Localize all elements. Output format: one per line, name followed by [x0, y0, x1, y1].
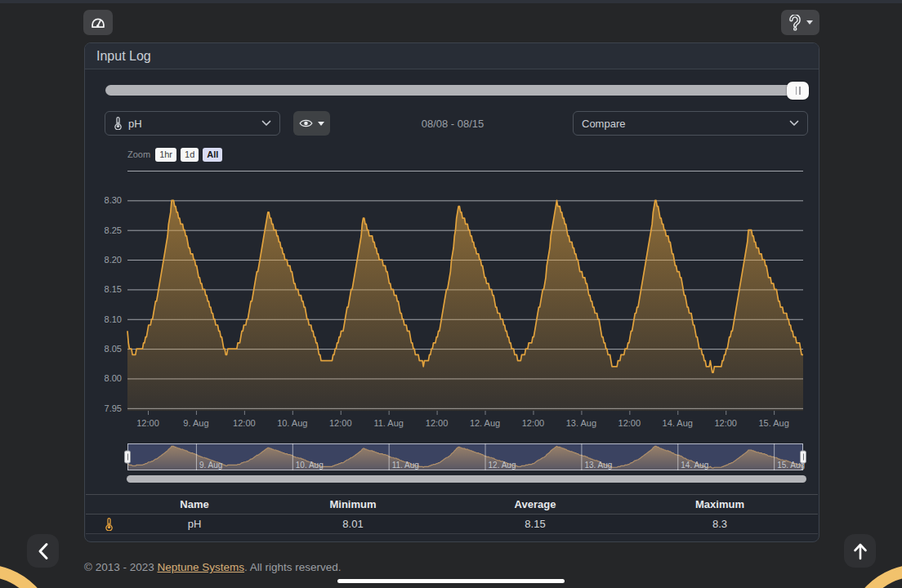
chevron-down-icon [789, 120, 799, 127]
time-scrollbar-track[interactable] [105, 85, 808, 96]
svg-text:12:00: 12:00 [522, 418, 545, 428]
copyright-prefix: © 2013 - 2023 [84, 561, 158, 573]
col-minimum: Minimum [257, 495, 449, 514]
svg-text:8.15: 8.15 [105, 284, 122, 294]
svg-text:14. Aug: 14. Aug [663, 418, 693, 428]
corner-ring-right [852, 571, 902, 588]
stats-header-row: Name Minimum Average Maximum [86, 495, 818, 514]
svg-text:12:00: 12:00 [618, 418, 641, 428]
compare-select-value: Compare [582, 118, 625, 130]
help-dropdown-button[interactable] [781, 10, 819, 35]
stats-row-ph[interactable]: pH 8.01 8.15 8.3 [86, 514, 818, 534]
chevron-down-icon [806, 20, 813, 24]
cell-average: 8.15 [449, 514, 622, 534]
probe-select[interactable]: pH [105, 111, 280, 136]
neptune-systems-link[interactable]: Neptune Systems [158, 561, 245, 573]
status-strip [0, 0, 902, 3]
svg-text:8.20: 8.20 [105, 255, 122, 265]
row-icon-cell [86, 514, 132, 534]
dashboard-button[interactable] [83, 10, 113, 35]
scroll-to-top-button[interactable] [844, 534, 876, 568]
svg-text:10. Aug: 10. Aug [277, 418, 307, 428]
page-title: Input Log [96, 49, 151, 64]
col-name: Name [132, 495, 257, 514]
col-average: Average [449, 495, 622, 514]
chevron-left-icon [38, 542, 49, 560]
date-range-label: 08/08 - 08/15 [338, 111, 567, 136]
svg-text:11. Aug: 11. Aug [373, 418, 404, 428]
svg-text:8.05: 8.05 [105, 344, 122, 354]
panel-header: Input Log [85, 43, 819, 69]
svg-text:9. Aug: 9. Aug [199, 461, 222, 470]
compare-select[interactable]: Compare [573, 111, 808, 136]
probe-select-value: pH [128, 118, 142, 130]
input-log-panel: Input Log pH 08/08 - 08/15 Compare [84, 42, 819, 542]
svg-text:12:00: 12:00 [233, 418, 256, 428]
svg-text:12:00: 12:00 [714, 418, 737, 428]
time-scrollbar-handle[interactable] [787, 82, 809, 100]
arrow-up-icon [853, 542, 868, 560]
ph-area-chart[interactable]: 7.958.008.058.108.158.208.258.3012:009. … [86, 144, 819, 490]
svg-text:13. Aug: 13. Aug [584, 461, 612, 470]
cell-minimum: 8.01 [257, 514, 449, 534]
cell-maximum: 8.3 [622, 514, 818, 534]
thermometer-icon [105, 518, 114, 531]
home-indicator[interactable] [337, 579, 565, 583]
copyright-footer: © 2013 - 2023 Neptune Systems. All right… [84, 561, 342, 573]
svg-text:13. Aug: 13. Aug [566, 418, 596, 428]
svg-text:12. Aug: 12. Aug [489, 461, 516, 470]
chevron-down-icon [261, 120, 271, 127]
svg-text:10. Aug: 10. Aug [296, 461, 324, 470]
cell-name: pH [132, 514, 257, 534]
svg-text:7.95: 7.95 [105, 403, 122, 413]
svg-text:8.30: 8.30 [105, 195, 122, 205]
gauge-icon [90, 16, 106, 29]
eye-icon [299, 118, 313, 128]
svg-text:8.10: 8.10 [105, 314, 122, 324]
svg-text:14. Aug: 14. Aug [681, 461, 708, 470]
svg-text:12:00: 12:00 [426, 418, 449, 428]
svg-text:12. Aug: 12. Aug [470, 418, 500, 428]
stats-table: Name Minimum Average Maximum pH [86, 494, 818, 534]
chevron-down-icon [318, 122, 324, 126]
corner-ring-left [0, 571, 51, 588]
svg-text:8.00: 8.00 [105, 373, 122, 383]
svg-text:8.25: 8.25 [105, 225, 122, 235]
help-icon [788, 15, 802, 31]
svg-text:11. Aug: 11. Aug [392, 461, 419, 470]
svg-text:12:00: 12:00 [136, 418, 159, 428]
back-button[interactable] [27, 534, 59, 568]
copyright-suffix: . All rights reserved. [244, 561, 342, 573]
visibility-dropdown-button[interactable] [293, 111, 330, 136]
svg-text:9. Aug: 9. Aug [183, 418, 208, 428]
col-maximum: Maximum [622, 495, 818, 514]
thermometer-icon [114, 117, 123, 130]
svg-text:15. Aug: 15. Aug [758, 418, 788, 428]
svg-text:12:00: 12:00 [329, 418, 352, 428]
